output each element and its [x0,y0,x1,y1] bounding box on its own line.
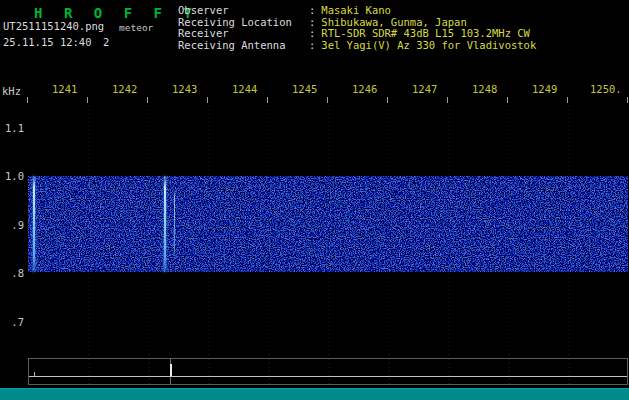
meteor-echo-line [174,190,175,257]
y-tick-label: 1.0 [0,170,24,182]
station-info-label: Observer [178,5,309,17]
level-baseline [29,376,627,377]
x-axis-tick-mark [207,97,208,103]
minute-grid-line [449,359,450,384]
station-info: Observer:Masaki Kano Receiving Location:… [178,5,536,51]
x-axis-tick-mark [27,97,28,103]
app-title-letter: H [34,5,42,21]
hrofft-screen: H R O F F T UT2511151240.png meteor 25.1… [0,0,629,400]
meteor-echo-line [164,176,166,272]
x-axis-tick-mark [507,97,508,103]
app-title-letter: F [154,5,162,21]
x-tick-label: 1246 [352,83,377,95]
x-tick-label: 1248 [472,83,497,95]
y-tick-label: .9 [0,219,24,231]
app-title-letter: R [64,5,72,21]
station-info-label: Receiving Antenna [178,40,309,52]
x-axis-tick-mark [327,97,328,103]
x-tick-label: 1241 [52,83,77,95]
minute-grid-line [509,359,510,384]
station-info-row: Observer:Masaki Kano [178,5,536,17]
meteor-echo-line [33,176,35,272]
app-title-letter: F [124,5,132,21]
y-tick-label: .7 [0,316,24,328]
level-spike [34,372,35,376]
x-tick-label: 1244 [232,83,257,95]
level-spike [170,364,172,376]
observation-name: meteor [119,22,153,33]
x-axis-tick-mark [387,97,388,103]
status-bar [0,388,629,400]
x-axis-tick-mark [267,97,268,103]
station-info-row: Receiver:RTL-SDR SDR# 43dB L15 103.2MHz … [178,28,536,40]
x-tick-label: 1245 [292,83,317,95]
spectrogram-noise-band [28,176,628,272]
x-axis-tick-mark [147,97,148,103]
station-info-value: Masaki Kano [315,4,391,16]
x-tick-label: 1250. [590,83,622,95]
minute-grid-line [269,359,270,384]
station-info-value: RTL-SDR SDR# 43dB L15 103.2MHz CW [315,27,530,39]
x-axis-tick-mark [567,97,568,103]
output-filename: UT2511151240.png [3,20,104,32]
signal-level-strip [28,358,628,385]
app-title-letter: O [94,5,102,21]
station-info-value: 3el Yagi(V) Az 330 for Vladivostok [315,39,536,51]
x-axis-tick-mark [87,97,88,103]
minute-grid-line [389,359,390,384]
y-axis-unit: kHz [2,85,21,97]
minute-grid-line [89,359,90,384]
station-info-label: Receiver [178,28,309,40]
y-tick-label: 1.1 [0,122,24,134]
minute-grid-line [329,359,330,384]
x-tick-label: 1243 [172,83,197,95]
x-tick-label: 1249 [532,83,557,95]
minute-grid-line [149,359,150,384]
y-tick-label: .8 [0,267,24,279]
echo-count: 2 [103,36,109,48]
x-tick-label: 1242 [112,83,137,95]
station-info-value: Shibukawa, Gunma, Japan [315,16,466,28]
station-info-row: Receiving Antenna:3el Yagi(V) Az 330 for… [178,40,536,52]
x-axis-tick-mark [447,97,448,103]
x-axis-tick-mark [627,97,628,103]
x-tick-label: 1247 [412,83,437,95]
minute-grid-line [569,359,570,384]
minute-grid-line [209,359,210,384]
record-datetime: 25.11.15 12:40 [3,36,92,48]
